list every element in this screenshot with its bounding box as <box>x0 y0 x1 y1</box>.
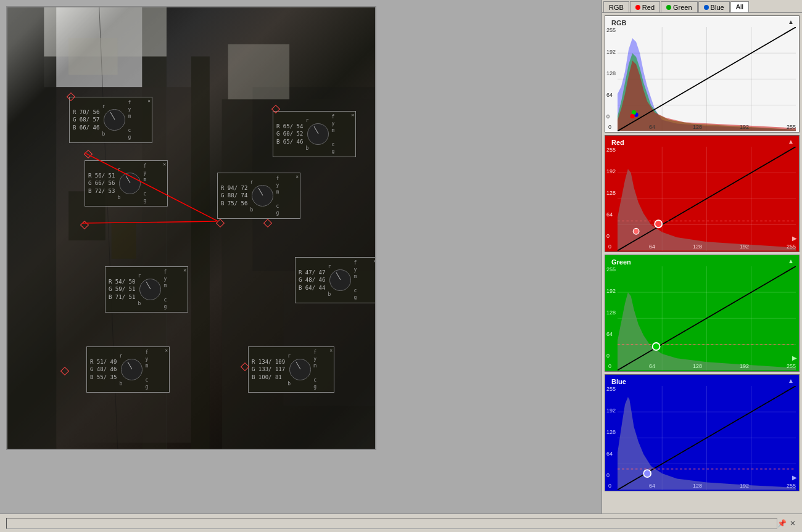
histogram-panel: RGB Red Green Blue All RGB ▲ <box>602 0 802 514</box>
tab-green-label: Green <box>673 4 692 11</box>
cp2-values: R 56/ 51 G 66/ 56 B 72/ 53 <box>88 172 115 195</box>
close-btn-3[interactable]: ✕ <box>296 174 299 179</box>
blue-dot <box>704 5 709 10</box>
cp3-values: R 94/ 72 G 88/ 74 B 75/ 56 <box>221 184 247 208</box>
cp4-values: R 65/ 54 G 60/ 52 B 65/ 46 <box>276 123 303 146</box>
red-histogram: Red ▲ ▶ 255 192 128 64 0 <box>605 135 800 252</box>
status-bar: 📌 ✕ <box>0 514 802 532</box>
close-btn-7[interactable]: ✕ <box>165 348 168 353</box>
rgb-label: RGB <box>611 19 626 27</box>
cp5-right: fym cg <box>163 269 167 310</box>
red-x-labels: 0 64 128 192 255 <box>608 243 796 250</box>
rgb-x-labels: 0 64 128 192 255 <box>608 124 796 130</box>
close-btn-1[interactable]: ✕ <box>147 98 151 104</box>
green-histogram: Green ▲ ▶ 255 192 128 64 0 <box>605 255 800 372</box>
cp4-right: fym cg <box>331 113 334 155</box>
color-picker-2[interactable]: ✕ R 56/ 51 G 66/ 56 B 72/ 53 r b fym cg <box>85 160 168 207</box>
color-picker-3[interactable]: ✕ R 94/ 72 G 88/ 74 B 75/ 56 r b fym cg <box>217 173 300 219</box>
color-picker-5[interactable]: ✕ R 54/ 50 G 59/ 51 B 71/ 51 r b fym cg <box>105 266 188 313</box>
cp7-right: fym cg <box>145 349 148 390</box>
close-btn-8[interactable]: ✕ <box>329 348 333 353</box>
cp6-values: R 47/ 47 G 48/ 46 B 64/ 44 <box>299 269 325 292</box>
histogram-tabs: RGB Red Green Blue All <box>602 0 802 13</box>
svg-rect-3 <box>191 57 210 449</box>
cp2-right: fym cg <box>143 163 146 204</box>
svg-rect-10 <box>112 222 136 259</box>
svg-rect-14 <box>228 44 289 100</box>
svg-point-47 <box>653 343 660 350</box>
svg-point-37 <box>655 220 662 227</box>
blue-y-labels: 255 192 128 64 0 <box>606 386 616 478</box>
close-btn-5[interactable]: ✕ <box>183 268 186 273</box>
rgb-histogram: RGB ▲ 255 192 128 64 0 <box>605 15 800 133</box>
tab-red[interactable]: Red <box>630 1 660 12</box>
green-arrow-top[interactable]: ▲ <box>788 258 794 264</box>
cp1-right: fym cg <box>128 99 131 141</box>
tab-all-label: All <box>736 3 743 10</box>
tab-green[interactable]: Green <box>661 1 698 12</box>
color-picker-1[interactable]: ✕ R 70/ 56 G 68/ 57 B 66/ 46 r b fym cg <box>69 97 152 143</box>
tab-red-label: Red <box>642 4 655 11</box>
cp6-right: fym cg <box>353 260 357 301</box>
color-picker-8[interactable]: ✕ R 134/ 109 G 133/ 117 B 100/ 81 r b fy… <box>248 346 334 393</box>
tab-rgb[interactable]: RGB <box>603 1 629 12</box>
tab-blue[interactable]: Blue <box>698 1 730 12</box>
blue-arrow-top[interactable]: ▲ <box>788 377 794 384</box>
cp8-values: R 134/ 109 G 133/ 117 B 100/ 81 <box>252 358 285 382</box>
svg-point-57 <box>643 470 651 477</box>
pin-icon[interactable]: 📌 <box>777 519 787 528</box>
tab-blue-label: Blue <box>711 4 724 11</box>
cp7-values: R 51/ 49 G 48/ 46 B 55/ 35 <box>90 358 117 382</box>
color-picker-7[interactable]: ✕ R 51/ 49 G 48/ 46 B 55/ 35 r b fym cg <box>86 346 170 393</box>
close-btn-2[interactable]: ✕ <box>163 162 166 167</box>
scroll-bar[interactable] <box>6 518 777 529</box>
close-btn-6[interactable]: ✕ <box>373 258 376 264</box>
svg-rect-13 <box>68 38 118 75</box>
close-btn-4[interactable]: ✕ <box>351 112 354 118</box>
cp3-right: fym cg <box>276 175 279 216</box>
blue-svg <box>618 386 796 490</box>
tab-rgb-label: RGB <box>609 4 624 11</box>
image-panel: ✕ R 70/ 56 G 68/ 57 B 66/ 46 r b fym cg <box>0 0 602 514</box>
svg-point-36 <box>633 228 639 234</box>
close-button[interactable]: ✕ <box>790 519 796 528</box>
svg-point-26 <box>630 114 634 118</box>
green-dot <box>666 5 671 10</box>
svg-rect-1 <box>7 7 56 449</box>
image-container: ✕ R 70/ 56 G 68/ 57 B 66/ 46 r b fym cg <box>6 6 376 450</box>
rgb-svg <box>618 27 796 131</box>
red-arrow-top[interactable]: ▲ <box>788 138 794 145</box>
rgb-arrow-top[interactable]: ▲ <box>788 18 794 25</box>
rgb-y-labels: 255 192 128 64 0 <box>606 27 616 120</box>
color-picker-4[interactable]: ✕ R 65/ 54 G 60/ 52 B 65/ 46 r b fym cg <box>273 111 356 157</box>
green-label: Green <box>611 258 631 266</box>
blue-label: Blue <box>611 378 626 385</box>
green-svg <box>618 266 796 370</box>
cp8-right: fym cg <box>313 349 316 390</box>
histogram-charts: RGB ▲ 255 192 128 64 0 <box>602 13 802 514</box>
color-picker-6[interactable]: ✕ R 47/ 47 G 48/ 46 B 64/ 44 r b fym cg <box>295 257 376 303</box>
blue-x-labels: 0 64 128 192 255 <box>608 483 796 489</box>
green-y-labels: 255 192 128 64 0 <box>606 266 616 359</box>
blue-histogram: Blue ▲ ▶ 255 192 128 64 0 <box>605 374 800 491</box>
cp5-values: R 54/ 50 G 59/ 51 B 71/ 51 <box>109 278 135 301</box>
tab-all[interactable]: All <box>730 1 749 12</box>
cp1-values: R 70/ 56 G 68/ 57 B 66/ 46 <box>73 108 99 132</box>
red-y-labels: 255 192 128 64 0 <box>606 147 616 239</box>
green-x-labels: 0 64 128 192 255 <box>608 363 796 369</box>
red-label: Red <box>611 139 624 146</box>
red-svg <box>618 147 796 251</box>
red-dot <box>635 5 640 10</box>
